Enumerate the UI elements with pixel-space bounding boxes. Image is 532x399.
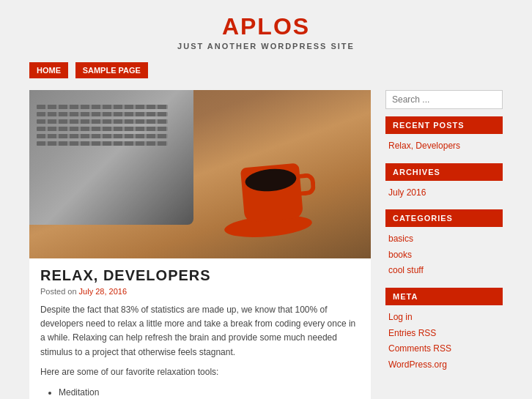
post-list-intro: Here are some of our favorite relaxation…	[40, 365, 360, 379]
widget-link-july-2016[interactable]: July 2016	[385, 185, 503, 201]
widget-link-relax,-developers[interactable]: Relax, Developers	[385, 138, 503, 154]
nav-home[interactable]: HOME	[29, 62, 68, 78]
widget-link-entries-rss[interactable]: Entries RSS	[385, 326, 503, 342]
widget-title-archives: ARCHIVES	[385, 163, 503, 181]
main-container: RELAX, DEVELOPERS Posted on July 28, 201…	[0, 83, 532, 399]
widget-archives: ARCHIVESJuly 2016	[385, 163, 503, 201]
list-item: Meditation	[59, 385, 360, 399]
widget-content-categories: basicsbookscool stuff	[385, 231, 503, 279]
widget-content-recent-posts: Relax, Developers	[385, 138, 503, 154]
nav-bar: HOME SAMPLE PAGE	[0, 58, 532, 83]
site-tagline: Just Another WordPress Site	[0, 42, 532, 51]
widget-content-meta: Log inEntries RSSComments RSSWordPress.o…	[385, 310, 503, 373]
post-meta: Posted on July 28, 2016	[40, 287, 360, 296]
post-image	[29, 90, 371, 258]
widget-title-meta: META	[385, 288, 503, 305]
widget-recent-posts: RECENT POSTSRelax, Developers	[385, 116, 503, 154]
post-date[interactable]: July 28, 2016	[79, 287, 127, 296]
widget-link-log-in[interactable]: Log in	[385, 310, 503, 326]
search-input[interactable]	[385, 90, 503, 109]
post-title: RELAX, DEVELOPERS	[40, 267, 360, 284]
post-body: RELAX, DEVELOPERS Posted on July 28, 201…	[29, 258, 371, 399]
widget-meta: METALog inEntries RSSComments RSSWordPre…	[385, 288, 503, 373]
post-paragraph: Despite the fact that 83% of statistics …	[40, 303, 360, 359]
widget-link-wordpress.org[interactable]: WordPress.org	[385, 357, 503, 373]
nav-sample-page[interactable]: SAMPLE PAGE	[75, 62, 148, 78]
widget-title-recent-posts: RECENT POSTS	[385, 116, 503, 134]
post-list: MeditationDrinking warm beveragesWalking…	[59, 385, 360, 399]
widget-link-books[interactable]: books	[385, 247, 503, 264]
site-title: APLOS	[0, 13, 532, 40]
post-meta-prefix: Posted on	[40, 287, 77, 296]
widget-content-archives: July 2016	[385, 185, 503, 201]
widget-link-comments-rss[interactable]: Comments RSS	[385, 341, 503, 357]
sidebar: RECENT POSTSRelax, DevelopersARCHIVESJul…	[385, 90, 503, 399]
widget-categories: CATEGORIESbasicsbookscool stuff	[385, 209, 503, 279]
widget-link-cool-stuff[interactable]: cool stuff	[385, 263, 503, 279]
post-content: Despite the fact that 83% of statistics …	[40, 303, 360, 399]
content-area: RELAX, DEVELOPERS Posted on July 28, 201…	[29, 90, 371, 399]
widget-link-basics[interactable]: basics	[385, 231, 503, 247]
widget-title-categories: CATEGORIES	[385, 209, 503, 227]
site-header: APLOS Just Another WordPress Site	[0, 0, 532, 58]
